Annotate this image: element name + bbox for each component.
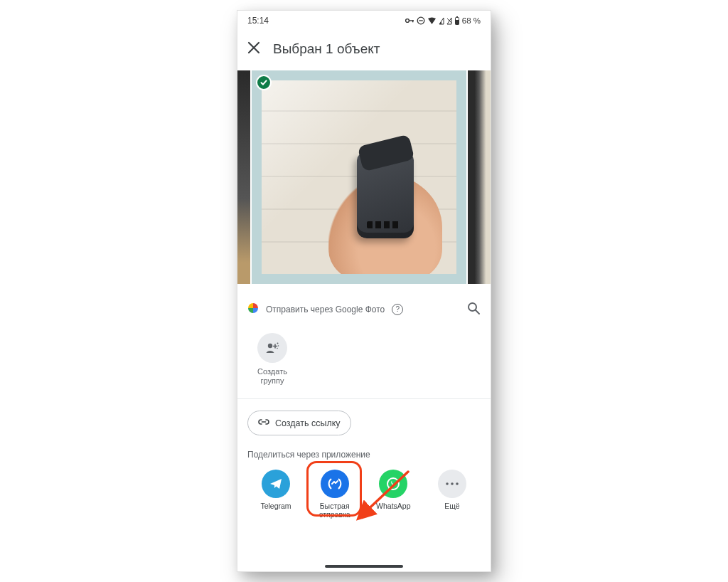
status-indicators: 68 % xyxy=(405,16,481,25)
svg-point-12 xyxy=(277,343,279,344)
link-icon xyxy=(258,416,269,430)
svg-point-11 xyxy=(268,344,272,348)
group-add-icon xyxy=(257,333,287,363)
phone-screenshot: 15:14 68 % Выбран 1 объект xyxy=(237,10,491,572)
telegram-icon xyxy=(262,470,290,498)
svg-point-17 xyxy=(451,483,454,486)
next-photo-thumb[interactable] xyxy=(468,70,491,284)
photo-carousel[interactable] xyxy=(237,68,491,287)
nearby-share-icon xyxy=(321,470,349,498)
more-label: Ещё xyxy=(444,502,459,510)
share-apps-row: Telegram Быстрая отправка WhatsApp Ещё xyxy=(247,467,481,526)
svg-rect-7 xyxy=(455,20,459,25)
svg-point-16 xyxy=(446,483,449,486)
google-photos-icon xyxy=(247,302,259,316)
svg-point-0 xyxy=(405,19,409,23)
close-icon[interactable] xyxy=(247,41,260,58)
more-icon xyxy=(438,470,466,498)
do-not-disturb-icon xyxy=(417,16,425,25)
svg-point-13 xyxy=(278,345,279,346)
telegram-label: Telegram xyxy=(260,502,291,510)
nearby-label: Быстрая отправка xyxy=(319,502,350,519)
help-icon[interactable]: ? xyxy=(392,304,403,315)
search-icon[interactable] xyxy=(466,301,481,317)
signal-1-icon xyxy=(439,17,444,25)
signal-2-icon xyxy=(446,17,452,25)
google-photos-share-row: Отправить через Google Фото ? xyxy=(247,297,481,330)
whatsapp-label: WhatsApp xyxy=(376,502,410,510)
wifi-icon xyxy=(427,17,437,25)
create-group-button[interactable]: Создать группу xyxy=(247,330,297,398)
share-apps-section-label: Поделиться через приложение xyxy=(247,441,481,467)
create-link-button[interactable]: Создать ссылку xyxy=(247,411,351,435)
share-panel: Отправить через Google Фото ? Создать гр… xyxy=(237,287,491,527)
svg-rect-8 xyxy=(456,16,458,18)
prev-photo-thumb[interactable] xyxy=(237,70,250,284)
page-title: Выбран 1 объект xyxy=(273,41,380,57)
create-link-label: Создать ссылку xyxy=(275,418,341,428)
whatsapp-icon xyxy=(379,470,407,498)
share-app-telegram[interactable]: Telegram xyxy=(250,470,301,519)
share-app-whatsapp[interactable]: WhatsApp xyxy=(368,470,419,519)
battery-icon xyxy=(454,16,460,25)
status-bar: 15:14 68 % xyxy=(237,11,491,31)
share-app-nearby[interactable]: Быстрая отправка xyxy=(309,470,360,519)
photo-content xyxy=(262,80,456,274)
app-bar: Выбран 1 объект xyxy=(237,31,491,68)
nav-gesture-handle[interactable] xyxy=(325,565,403,568)
status-time: 15:14 xyxy=(247,16,269,26)
svg-point-18 xyxy=(456,483,459,486)
create-group-label: Создать группу xyxy=(257,367,287,386)
divider xyxy=(237,398,491,399)
svg-rect-4 xyxy=(419,20,423,21)
share-app-more[interactable]: Ещё xyxy=(427,470,478,519)
vpn-key-icon xyxy=(405,17,414,24)
battery-percent: 68 % xyxy=(462,16,481,25)
google-photos-label: Отправить через Google Фото xyxy=(266,305,385,314)
selected-check-icon xyxy=(256,75,272,90)
svg-rect-2 xyxy=(412,20,413,22)
svg-line-10 xyxy=(476,310,479,314)
svg-point-14 xyxy=(277,348,278,349)
selected-photo[interactable] xyxy=(252,70,466,284)
